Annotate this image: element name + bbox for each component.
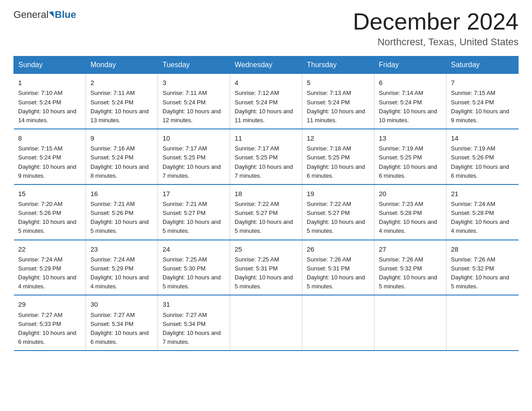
calendar-cell: 30Sunrise: 7:27 AMSunset: 5:34 PMDayligh… [86,295,158,351]
cell-sun-info: Sunrise: 7:21 AMSunset: 5:26 PMDaylight:… [90,200,153,236]
cell-sun-info: Sunrise: 7:27 AMSunset: 5:34 PMDaylight:… [90,311,153,347]
calendar-cell: 5Sunrise: 7:13 AMSunset: 5:24 PMDaylight… [302,74,374,129]
cell-sun-info: Sunrise: 7:22 AMSunset: 5:27 PMDaylight:… [235,200,297,236]
calendar-cell: 10Sunrise: 7:17 AMSunset: 5:25 PMDayligh… [158,129,230,184]
cell-sun-info: Sunrise: 7:26 AMSunset: 5:32 PMDaylight:… [451,255,514,291]
cell-sun-info: Sunrise: 7:13 AMSunset: 5:24 PMDaylight:… [307,89,369,125]
cell-sun-info: Sunrise: 7:16 AMSunset: 5:24 PMDaylight:… [90,144,153,180]
day-header-thursday: Thursday [302,56,374,74]
day-header-friday: Friday [374,56,446,74]
cell-sun-info: Sunrise: 7:25 AMSunset: 5:31 PMDaylight:… [235,255,297,291]
cell-sun-info: Sunrise: 7:15 AMSunset: 5:24 PMDaylight:… [18,144,82,180]
calendar-cell: 8Sunrise: 7:15 AMSunset: 5:24 PMDaylight… [14,129,86,184]
day-header-monday: Monday [86,56,158,74]
calendar-table: SundayMondayTuesdayWednesdayThursdayFrid… [13,56,519,351]
cell-sun-info: Sunrise: 7:23 AMSunset: 5:28 PMDaylight:… [379,200,442,236]
day-number: 2 [90,77,153,88]
day-header-sunday: Sunday [14,56,86,74]
calendar-cell: 21Sunrise: 7:24 AMSunset: 5:28 PMDayligh… [446,184,519,240]
calendar-cell [446,295,519,351]
day-number: 5 [307,77,369,88]
day-number: 21 [451,188,514,199]
calendar-cell: 19Sunrise: 7:22 AMSunset: 5:27 PMDayligh… [302,184,374,240]
page-header: General Blue December 2024 Northcrest, T… [13,9,519,48]
calendar-cell: 16Sunrise: 7:21 AMSunset: 5:26 PMDayligh… [86,184,158,240]
day-header-wednesday: Wednesday [230,56,302,74]
cell-sun-info: Sunrise: 7:24 AMSunset: 5:29 PMDaylight:… [18,255,82,291]
calendar-cell: 29Sunrise: 7:27 AMSunset: 5:33 PMDayligh… [14,295,86,351]
calendar-cell: 28Sunrise: 7:26 AMSunset: 5:32 PMDayligh… [446,240,519,295]
cell-sun-info: Sunrise: 7:21 AMSunset: 5:27 PMDaylight:… [163,200,225,236]
day-number: 20 [379,188,442,199]
day-header-tuesday: Tuesday [158,56,230,74]
day-number: 14 [451,133,514,143]
day-headers-row: SundayMondayTuesdayWednesdayThursdayFrid… [14,56,519,74]
day-number: 8 [18,133,82,143]
calendar-cell: 2Sunrise: 7:11 AMSunset: 5:24 PMDaylight… [86,74,158,129]
calendar-cell: 17Sunrise: 7:21 AMSunset: 5:27 PMDayligh… [158,184,230,240]
month-year-title: December 2024 [353,9,519,34]
cell-sun-info: Sunrise: 7:10 AMSunset: 5:24 PMDaylight:… [18,89,82,125]
day-number: 18 [235,188,297,199]
calendar-header: SundayMondayTuesdayWednesdayThursdayFrid… [14,56,519,74]
day-number: 17 [163,188,225,199]
cell-sun-info: Sunrise: 7:17 AMSunset: 5:25 PMDaylight:… [235,144,297,180]
calendar-cell: 14Sunrise: 7:19 AMSunset: 5:26 PMDayligh… [446,129,519,184]
day-header-saturday: Saturday [446,56,519,74]
day-number: 28 [451,244,514,254]
calendar-cell: 31Sunrise: 7:27 AMSunset: 5:34 PMDayligh… [158,295,230,351]
calendar-cell: 1Sunrise: 7:10 AMSunset: 5:24 PMDaylight… [14,74,86,129]
calendar-cell [302,295,374,351]
week-row-1: 1Sunrise: 7:10 AMSunset: 5:24 PMDaylight… [14,74,519,129]
day-number: 22 [18,244,82,254]
calendar-cell [230,295,302,351]
location-subtitle: Northcrest, Texas, United States [353,36,519,48]
day-number: 24 [163,244,225,254]
cell-sun-info: Sunrise: 7:19 AMSunset: 5:26 PMDaylight:… [451,144,514,180]
calendar-cell: 13Sunrise: 7:19 AMSunset: 5:25 PMDayligh… [374,129,446,184]
day-number: 6 [379,77,442,88]
day-number: 31 [163,299,225,309]
logo-general-text: General [13,9,48,21]
logo-arrow-icon [49,11,54,18]
day-number: 30 [90,299,153,309]
calendar-cell: 7Sunrise: 7:15 AMSunset: 5:24 PMDaylight… [446,74,519,129]
calendar-cell: 4Sunrise: 7:12 AMSunset: 5:24 PMDaylight… [230,74,302,129]
cell-sun-info: Sunrise: 7:26 AMSunset: 5:32 PMDaylight:… [379,255,442,291]
cell-sun-info: Sunrise: 7:27 AMSunset: 5:34 PMDaylight:… [163,311,225,347]
cell-sun-info: Sunrise: 7:19 AMSunset: 5:25 PMDaylight:… [379,144,442,180]
calendar-cell: 6Sunrise: 7:14 AMSunset: 5:24 PMDaylight… [374,74,446,129]
day-number: 10 [163,133,225,143]
calendar-cell: 25Sunrise: 7:25 AMSunset: 5:31 PMDayligh… [230,240,302,295]
calendar-cell: 3Sunrise: 7:11 AMSunset: 5:24 PMDaylight… [158,74,230,129]
calendar-cell: 24Sunrise: 7:25 AMSunset: 5:30 PMDayligh… [158,240,230,295]
cell-sun-info: Sunrise: 7:22 AMSunset: 5:27 PMDaylight:… [307,200,369,236]
day-number: 15 [18,188,82,199]
calendar-cell: 20Sunrise: 7:23 AMSunset: 5:28 PMDayligh… [374,184,446,240]
week-row-4: 22Sunrise: 7:24 AMSunset: 5:29 PMDayligh… [14,240,519,295]
day-number: 3 [163,77,225,88]
day-number: 4 [235,77,297,88]
cell-sun-info: Sunrise: 7:11 AMSunset: 5:24 PMDaylight:… [90,89,153,125]
day-number: 7 [451,77,514,88]
day-number: 27 [379,244,442,254]
cell-sun-info: Sunrise: 7:17 AMSunset: 5:25 PMDaylight:… [163,144,225,180]
day-number: 25 [235,244,297,254]
day-number: 9 [90,133,153,143]
day-number: 11 [235,133,297,143]
day-number: 26 [307,244,369,254]
cell-sun-info: Sunrise: 7:25 AMSunset: 5:30 PMDaylight:… [163,255,225,291]
calendar-cell: 18Sunrise: 7:22 AMSunset: 5:27 PMDayligh… [230,184,302,240]
calendar-cell: 12Sunrise: 7:18 AMSunset: 5:25 PMDayligh… [302,129,374,184]
day-number: 1 [18,77,82,88]
calendar-cell: 9Sunrise: 7:16 AMSunset: 5:24 PMDaylight… [86,129,158,184]
cell-sun-info: Sunrise: 7:14 AMSunset: 5:24 PMDaylight:… [379,89,442,125]
day-number: 13 [379,133,442,143]
calendar-cell: 22Sunrise: 7:24 AMSunset: 5:29 PMDayligh… [14,240,86,295]
cell-sun-info: Sunrise: 7:15 AMSunset: 5:24 PMDaylight:… [451,89,514,125]
calendar-cell: 11Sunrise: 7:17 AMSunset: 5:25 PMDayligh… [230,129,302,184]
calendar-cell [374,295,446,351]
cell-sun-info: Sunrise: 7:24 AMSunset: 5:29 PMDaylight:… [90,255,153,291]
calendar-cell: 15Sunrise: 7:20 AMSunset: 5:26 PMDayligh… [14,184,86,240]
week-row-5: 29Sunrise: 7:27 AMSunset: 5:33 PMDayligh… [14,295,519,351]
